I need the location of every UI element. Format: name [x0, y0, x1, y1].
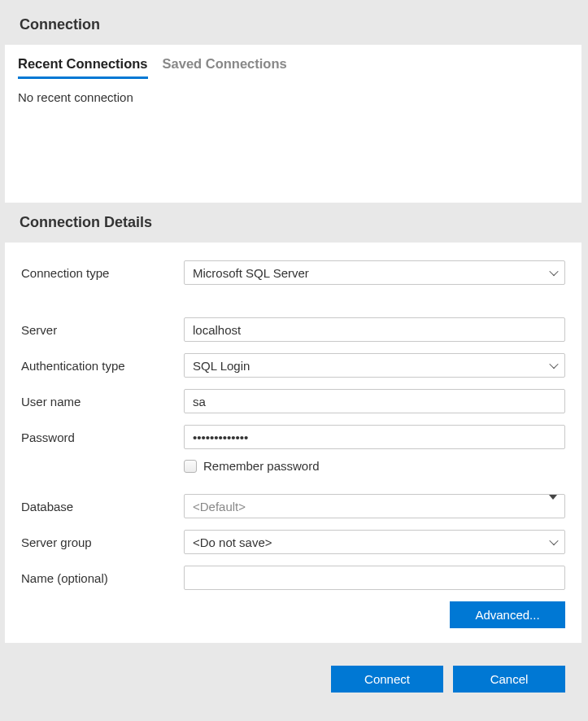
password-label: Password [21, 430, 184, 444]
remember-password-label[interactable]: Remember password [203, 459, 320, 473]
tab-saved-connections[interactable]: Saved Connections [163, 56, 287, 79]
connections-panel: Recent Connections Saved Connections No … [5, 45, 581, 203]
auth-type-select[interactable] [184, 353, 565, 378]
cancel-button[interactable]: Cancel [453, 666, 565, 693]
server-label: Server [21, 323, 184, 337]
database-select[interactable] [184, 494, 565, 518]
footer: Connect Cancel [5, 643, 581, 709]
no-recent-text: No recent connection [18, 90, 568, 104]
username-label: User name [21, 395, 184, 409]
tab-recent-connections[interactable]: Recent Connections [18, 56, 148, 79]
name-optional-label: Name (optional) [21, 571, 184, 585]
server-input[interactable] [184, 317, 565, 342]
connection-details-header: Connection Details [5, 203, 581, 243]
connection-details-panel: Connection type Server Authentication ty… [5, 243, 581, 643]
auth-type-label: Authentication type [21, 359, 184, 373]
connection-type-label: Connection type [21, 266, 184, 280]
tabs: Recent Connections Saved Connections [18, 56, 568, 79]
connection-type-select[interactable] [184, 260, 565, 285]
remember-password-checkbox[interactable] [184, 460, 197, 473]
server-group-select[interactable] [184, 530, 565, 554]
advanced-button[interactable]: Advanced... [450, 601, 565, 628]
server-group-label: Server group [21, 535, 184, 549]
connection-header: Connection [5, 5, 581, 45]
username-input[interactable] [184, 389, 565, 413]
connect-button[interactable]: Connect [331, 666, 443, 693]
password-input[interactable] [184, 425, 565, 449]
database-label: Database [21, 500, 184, 513]
name-optional-input[interactable] [184, 566, 565, 590]
